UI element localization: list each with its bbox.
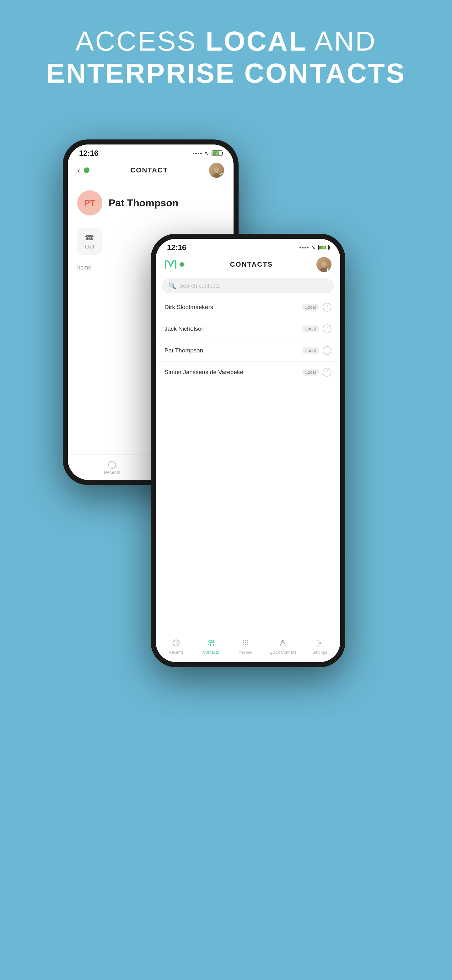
settings-label: Settings xyxy=(312,650,327,655)
signal-dots-front xyxy=(300,247,309,248)
recents-label-front: Recents xyxy=(168,650,184,655)
contact-row-0[interactable]: Dirk Slootmaekers Local i xyxy=(156,296,340,318)
contact-name-2: Pat Thompson xyxy=(165,347,302,354)
signal-dots xyxy=(193,153,202,154)
contacts-icon-front xyxy=(207,639,215,649)
recents-icon: ◯ xyxy=(108,460,116,469)
settings-icon xyxy=(316,639,324,649)
svg-point-2 xyxy=(211,640,214,643)
headline-line1: ACCESS LOCAL AND xyxy=(46,25,406,57)
contact-tag-1: Local xyxy=(302,325,319,332)
svg-point-6 xyxy=(243,642,244,643)
svg-point-11 xyxy=(247,644,248,645)
nav-recents-front[interactable]: Recents xyxy=(165,639,187,655)
wifi-icon: ∿ xyxy=(205,150,209,157)
mc-logo xyxy=(165,259,179,269)
info-btn-1[interactable]: i xyxy=(323,325,331,333)
svg-point-10 xyxy=(245,644,246,645)
presence-dot-front xyxy=(179,262,184,267)
avatar-online-dot-front xyxy=(327,267,331,272)
avatar-header xyxy=(209,163,224,178)
nav-keypad-front[interactable]: Keypad xyxy=(235,639,257,655)
avatar-initials: PT xyxy=(84,198,95,208)
screen-front: 12:16 ∿ ⚡ CON xyxy=(156,239,340,662)
svg-point-13 xyxy=(282,641,283,642)
nav-contacts-front[interactable]: Contacts xyxy=(200,639,222,655)
contact-name: Pat Thompson xyxy=(109,197,178,209)
status-icons-back: ∿ ⚡ xyxy=(193,150,222,157)
battery-icon: ⚡ xyxy=(212,150,222,156)
svg-point-4 xyxy=(245,640,246,641)
keypad-icon xyxy=(242,639,249,649)
svg-point-8 xyxy=(247,642,248,643)
contact-name-0: Dirk Slootmaekers xyxy=(165,304,302,311)
contact-row-1[interactable]: Jack Nicholson Local i xyxy=(156,318,340,340)
bottom-nav-front: Recents Contacts xyxy=(156,634,340,662)
svg-point-5 xyxy=(247,640,248,641)
avatar-header-front xyxy=(316,257,331,272)
call-label: Call xyxy=(85,244,94,250)
contact-row-2[interactable]: Pat Thompson Local i xyxy=(156,340,340,361)
nav-recents-back[interactable]: ◯ Recents xyxy=(104,460,120,475)
contact-title: CONTACT xyxy=(89,166,209,174)
headline-bold-local: LOCAL xyxy=(206,25,307,57)
nav-quickconnect-front[interactable]: Quick Connect xyxy=(269,639,296,655)
contacts-list: Dirk Slootmaekers Local i Jack Nicholson… xyxy=(156,296,340,634)
back-header: ‹ CONTACT xyxy=(68,159,233,181)
wifi-icon-front: ∿ xyxy=(311,244,316,251)
battery-icon-front: ⚡ xyxy=(318,245,329,250)
svg-point-7 xyxy=(245,642,246,643)
info-btn-3[interactable]: i xyxy=(323,368,331,377)
headline-line2: ENTERPRISE CONTACTS xyxy=(46,57,406,89)
recents-icon-front xyxy=(172,639,180,649)
info-btn-2[interactable]: i xyxy=(323,346,331,355)
contact-row-3[interactable]: Simon Janssens de Varebeke Local i xyxy=(156,361,340,383)
presence-dot-back xyxy=(84,167,89,173)
svg-point-14 xyxy=(319,642,321,644)
nav-settings-front[interactable]: Settings xyxy=(309,639,331,655)
status-icons-front: ∿ ⚡ xyxy=(300,244,329,251)
contact-tag-0: Local xyxy=(302,304,319,311)
contacts-label-front: Contacts xyxy=(203,650,219,655)
contact-tag-3: Local xyxy=(302,369,319,375)
front-header: CONTACTS xyxy=(156,254,340,275)
recents-label: Recents xyxy=(104,470,120,475)
status-bar-front: 12:16 ∿ ⚡ xyxy=(156,239,340,254)
avatar-online-dot xyxy=(220,173,224,178)
status-bar-back: 12:16 ∿ ⚡ xyxy=(68,145,233,159)
search-placeholder: Search contacts xyxy=(179,283,220,289)
contacts-title: CONTACTS xyxy=(186,260,316,269)
status-time-back: 12:16 xyxy=(79,149,98,158)
keypad-label: Keypad xyxy=(239,650,252,655)
contact-name-1: Jack Nicholson xyxy=(165,325,302,332)
call-button[interactable]: ☎ Call xyxy=(77,228,102,255)
search-icon: 🔍 xyxy=(168,282,176,290)
headline: ACCESS LOCAL AND ENTERPRISE CONTACTS xyxy=(46,25,406,89)
svg-point-3 xyxy=(243,640,244,641)
svg-point-9 xyxy=(243,644,244,645)
phones-container: 12:16 ∿ ⚡ ‹ CONTACT xyxy=(53,115,399,931)
back-button[interactable]: ‹ xyxy=(77,165,80,175)
contact-name-3: Simon Janssens de Varebeke xyxy=(165,369,302,375)
phone-front: 12:16 ∿ ⚡ CON xyxy=(151,234,345,667)
status-time-front: 12:16 xyxy=(167,243,186,252)
phone-icon: ☎ xyxy=(85,233,94,242)
contact-info: PT Pat Thompson xyxy=(68,181,233,222)
avatar-large: PT xyxy=(77,190,102,215)
info-btn-0[interactable]: i xyxy=(323,303,331,312)
contact-tag-2: Local xyxy=(302,347,319,354)
svg-point-1 xyxy=(209,640,211,643)
search-bar[interactable]: 🔍 Search contacts xyxy=(162,278,334,293)
quickconnect-label: Quick Connect xyxy=(269,650,296,655)
quickconnect-icon xyxy=(279,639,287,649)
